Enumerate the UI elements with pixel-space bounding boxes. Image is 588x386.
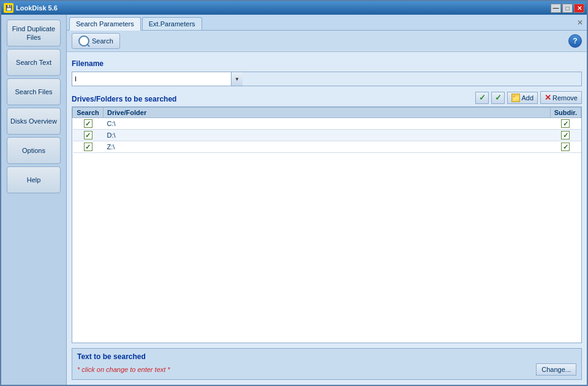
tab-ext-parameters[interactable]: Ext.Parameters — [142, 17, 202, 30]
table-row: D:\ — [73, 130, 581, 141]
table-header-row: Search Drive/Folder Subdir. — [73, 108, 581, 118]
check-all-icon-1: ✓ — [479, 93, 486, 102]
row-search-check-1[interactable] — [73, 130, 104, 141]
maximize-button[interactable]: □ — [562, 4, 573, 13]
sidebar-item-disks-overview[interactable]: Disks Overview — [7, 108, 61, 135]
minimize-button[interactable]: — — [551, 4, 561, 13]
title-bar: 💾 LookDisk 5.6 — □ ✕ — [1, 1, 587, 15]
sidebar-item-search-text[interactable]: Search Text — [7, 49, 61, 76]
sidebar: Find DuplicateFiles Search Text Search F… — [1, 15, 67, 385]
main-content: Find DuplicateFiles Search Text Search F… — [1, 15, 587, 385]
table-row: Z:\ — [73, 141, 581, 153]
tab-search-parameters[interactable]: Search Parameters — [69, 17, 141, 31]
subdir-checkbox-0[interactable] — [561, 119, 570, 128]
drives-table: Search Drive/Folder Subdir. — [72, 106, 582, 343]
search-checkbox-0[interactable] — [84, 119, 92, 128]
title-controls: — □ ✕ — [551, 4, 584, 13]
tab-close-icon[interactable]: ✕ — [576, 18, 584, 27]
sidebar-item-options[interactable]: Options — [7, 137, 61, 164]
check-all-button-2[interactable]: ✓ — [491, 92, 505, 104]
row-path-1: D:\ — [104, 130, 551, 141]
sidebar-item-search-files[interactable]: Search Files — [7, 78, 61, 105]
subdir-checkbox-1[interactable] — [561, 131, 570, 139]
row-search-check-0[interactable] — [73, 118, 104, 130]
search-checkbox-2[interactable] — [84, 143, 92, 151]
tab-bar: Search Parameters Ext.Parameters ✕ — [67, 15, 587, 31]
add-button[interactable]: 📁 Add — [507, 92, 538, 104]
main-window: 💾 LookDisk 5.6 — □ ✕ Find DuplicateFiles… — [0, 0, 588, 386]
filename-row: ▼ — [72, 72, 582, 86]
subdir-checkbox-2[interactable] — [561, 143, 570, 151]
row-search-check-2[interactable] — [73, 141, 104, 153]
col-search: Search — [73, 108, 104, 118]
click-hint: * click on change to enter text * — [77, 366, 170, 373]
search-icon — [78, 35, 89, 46]
filename-combo: ▼ — [72, 72, 582, 86]
row-subdir-check-1[interactable] — [550, 130, 581, 141]
drives-actions: ✓ ✓ 📁 Add ✕ Remove — [475, 91, 582, 104]
title-bar-left: 💾 LookDisk 5.6 — [4, 3, 58, 13]
help-button[interactable]: ? — [568, 34, 582, 48]
text-search-section: Text to be searched * click on change to… — [72, 348, 582, 380]
text-search-label: Text to be searched — [77, 352, 576, 361]
row-subdir-check-0[interactable] — [550, 118, 581, 130]
sidebar-item-help[interactable]: Help — [7, 166, 61, 193]
drives-label: Drives/Folders to be searched — [72, 95, 176, 103]
check-all-button-1[interactable]: ✓ — [475, 92, 489, 104]
change-button[interactable]: Change... — [536, 363, 576, 376]
col-drive-folder: Drive/Folder — [104, 108, 551, 118]
filename-label: Filename — [72, 59, 582, 68]
toolbar: Search ? — [67, 31, 587, 52]
sidebar-item-find-duplicates[interactable]: Find DuplicateFiles — [7, 20, 61, 46]
remove-button[interactable]: ✕ Remove — [540, 91, 582, 104]
text-search-row: * click on change to enter text * Change… — [77, 363, 576, 376]
table-row: C:\ — [73, 118, 581, 130]
drives-table-inner: Search Drive/Folder Subdir. — [72, 107, 581, 153]
row-subdir-check-2[interactable] — [550, 141, 581, 153]
check-all-icon-2: ✓ — [495, 93, 502, 102]
search-checkbox-1[interactable] — [84, 131, 92, 139]
row-path-2: Z:\ — [104, 141, 551, 153]
drives-section: Drives/Folders to be searched ✓ ✓ 📁 Add — [72, 91, 582, 343]
filename-section: Filename ▼ — [72, 57, 582, 86]
window-title: LookDisk 5.6 — [16, 4, 58, 12]
main-panel: Filename ▼ Drives/Folders to be searched — [67, 52, 587, 385]
filename-dropdown-arrow[interactable]: ▼ — [232, 72, 243, 86]
content-area: Search Parameters Ext.Parameters ✕ Searc… — [67, 15, 587, 385]
app-icon: 💾 — [4, 3, 13, 13]
close-button[interactable]: ✕ — [574, 4, 584, 13]
search-button[interactable]: Search — [72, 33, 120, 49]
remove-icon: ✕ — [545, 93, 551, 102]
row-path-0: C:\ — [104, 118, 551, 130]
add-folder-icon: 📁 — [511, 94, 520, 102]
col-subdir: Subdir. — [550, 108, 581, 118]
drives-header: Drives/Folders to be searched ✓ ✓ 📁 Add — [72, 91, 582, 104]
filename-input[interactable] — [72, 72, 232, 86]
